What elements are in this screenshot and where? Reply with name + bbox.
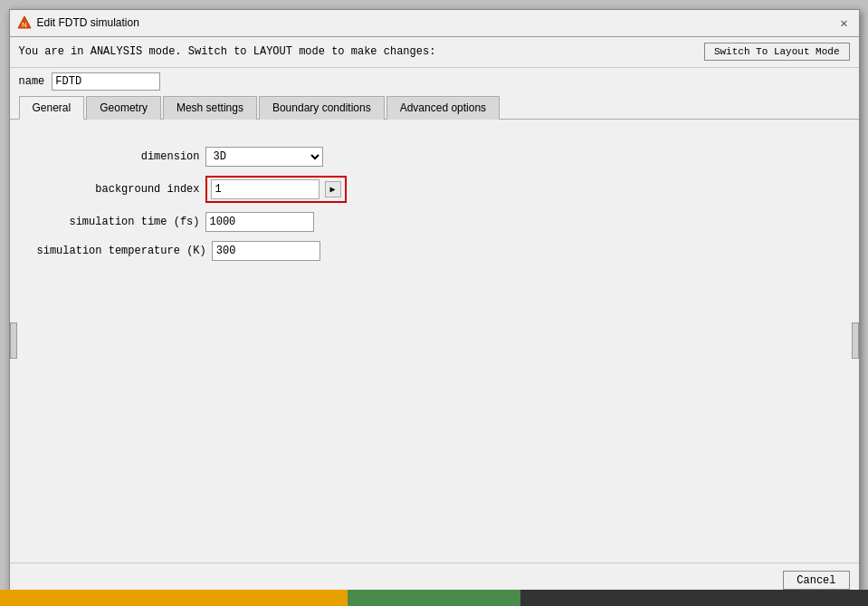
taskbar-segment-1 [0,590,174,606]
analysis-message: You are in ANALYSIS mode. Switch to LAYO… [19,45,436,58]
dimension-label: dimension [37,150,200,163]
title-bar: N Edit FDTD simulation ✕ [10,10,859,37]
app-icon: N [17,15,32,30]
simulation-temperature-input[interactable] [212,241,320,261]
simulation-time-row: simulation time (fs) [37,212,832,232]
right-handle [852,322,859,359]
name-input[interactable] [52,72,160,91]
tab-boundary-conditions[interactable]: Boundary conditions [259,96,385,120]
taskbar-segment-3 [348,590,521,606]
svg-text:N: N [22,21,27,29]
simulation-temperature-row: simulation temperature (K) [37,241,832,261]
switch-to-layout-button[interactable]: Switch To Layout Mode [704,43,850,61]
tab-geometry[interactable]: Geometry [86,96,161,120]
tab-advanced-options[interactable]: Advanced options [386,96,500,120]
simulation-time-input[interactable] [205,212,314,232]
general-form: dimension 3D 2D background index ▶ simu [19,138,850,270]
dimension-row: dimension 3D 2D [37,147,832,167]
background-index-highlight: ▶ [205,176,347,203]
background-index-button[interactable]: ▶ [325,181,341,197]
background-index-input[interactable] [211,179,320,199]
tab-mesh-settings[interactable]: Mesh settings [163,96,257,120]
dimension-select[interactable]: 3D 2D [205,147,323,167]
left-handle [10,322,17,359]
taskbar-segment-4 [520,590,694,606]
background-index-row: background index ▶ [37,176,832,203]
close-button[interactable]: ✕ [837,15,852,30]
tab-general[interactable]: General [19,96,85,120]
content-area: dimension 3D 2D background index ▶ simu [10,120,859,563]
title-bar-left: N Edit FDTD simulation [17,15,139,30]
taskbar-segment-2 [174,590,348,606]
background-index-label: background index [37,183,200,196]
taskbar-segment-5 [694,590,868,606]
taskbar [0,590,868,606]
name-label: name [19,75,45,88]
analysis-bar: You are in ANALYSIS mode. Switch to LAYO… [10,37,859,68]
simulation-time-label: simulation time (fs) [37,216,200,228]
main-window: N Edit FDTD simulation ✕ You are in ANAL… [9,9,860,598]
cancel-button[interactable]: Cancel [783,571,849,590]
tabs-bar: General Geometry Mesh settings Boundary … [10,95,859,120]
name-row: name [10,68,859,95]
simulation-temperature-label: simulation temperature (K) [37,245,206,257]
window-title: Edit FDTD simulation [37,16,139,29]
